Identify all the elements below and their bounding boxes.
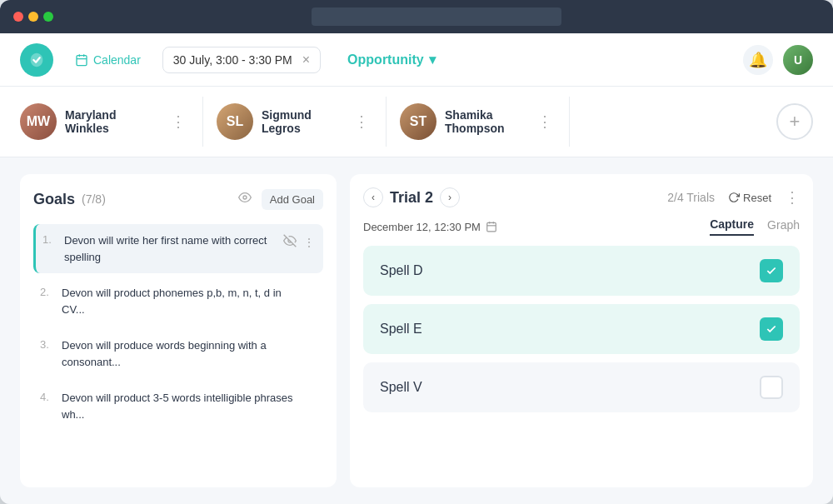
- goals-panel: Goals (7/8) Add Goal 1. Devon: [20, 174, 337, 487]
- spell-checkbox-checked[interactable]: [760, 317, 783, 341]
- title-bar: [0, 0, 833, 33]
- trial-date-row: December 12, 12:30 PM Capture Graph: [363, 217, 800, 236]
- trial-date: December 12, 12:30 PM: [363, 221, 497, 233]
- svg-point-4: [243, 196, 247, 199]
- goal-more-button[interactable]: ⋮: [302, 390, 317, 407]
- participant-more-icon-maryland[interactable]: ⋮: [167, 109, 189, 134]
- add-goal-button[interactable]: Add Goal: [262, 189, 323, 210]
- goal-text: Devon will produce words beginning with …: [62, 337, 295, 370]
- goal-text: Devon will write her first name with cor…: [64, 232, 275, 265]
- goal-item-2[interactable]: 2. Devon will product phonemes p,b, m, n…: [33, 277, 323, 326]
- bell-icon: 🔔: [749, 51, 767, 69]
- tab-capture[interactable]: Capture: [710, 217, 754, 236]
- calendar-button[interactable]: Calendar: [67, 48, 149, 72]
- opportunity-button[interactable]: Opportunity ▾: [347, 52, 436, 67]
- participant-more-icon-sigmund[interactable]: ⋮: [351, 109, 372, 134]
- date-label: 30 July, 3:00 - 3:30 PM: [173, 53, 292, 67]
- tab-graph[interactable]: Graph: [767, 217, 800, 236]
- app-body: Calendar 30 July, 3:00 - 3:30 PM × Oppor…: [0, 33, 833, 504]
- opportunity-label: Opportunity: [347, 52, 424, 67]
- spell-list: Spell D Spell E Spell V: [363, 246, 800, 412]
- goals-count: (7/8): [82, 192, 106, 206]
- trial-header: ‹ Trial 2 › 2/4 Trials Reset ⋮: [363, 187, 800, 207]
- toggle-visibility-button[interactable]: [235, 187, 255, 211]
- avatar-sigmund: SL: [217, 103, 253, 140]
- notifications-button[interactable]: 🔔: [743, 45, 773, 75]
- user-avatar[interactable]: U: [783, 45, 813, 75]
- spell-checkbox-checked[interactable]: [760, 259, 783, 282]
- goals-title: Goals: [33, 191, 75, 208]
- participant-card-shamika[interactable]: ST Shamika Thompson ⋮: [387, 97, 570, 147]
- close-traffic-light[interactable]: [13, 12, 23, 22]
- goal-number: 1.: [42, 232, 57, 246]
- trial-prev-button[interactable]: ‹: [363, 187, 383, 207]
- reset-label: Reset: [743, 192, 771, 204]
- participant-name-maryland: Maryland Winkles: [65, 108, 159, 135]
- participant-name-sigmund: Sigmund Legros: [262, 108, 342, 135]
- goal-hide-button[interactable]: [282, 232, 298, 252]
- logo[interactable]: [20, 43, 53, 77]
- calendar-label: Calendar: [93, 53, 141, 67]
- trial-date-text: December 12, 12:30 PM: [363, 221, 481, 233]
- svg-rect-0: [77, 55, 87, 65]
- goal-more-button[interactable]: ⋮: [302, 285, 317, 302]
- minimize-traffic-light[interactable]: [28, 12, 38, 22]
- goal-text: Devon will product 3-5 words intelligibl…: [62, 390, 295, 422]
- svg-rect-6: [487, 222, 496, 232]
- participants-bar: MW Maryland Winkles ⋮ SL Sigmund Legros …: [0, 87, 833, 157]
- spell-item-1[interactable]: Spell D: [363, 246, 800, 296]
- trial-next-button[interactable]: ›: [440, 187, 460, 207]
- goal-number: 2.: [40, 285, 55, 298]
- participant-name-shamika: Shamika Thompson: [445, 108, 526, 135]
- reset-button[interactable]: Reset: [721, 188, 778, 207]
- traffic-lights: [13, 12, 53, 22]
- reset-icon: [728, 192, 740, 203]
- app-window: Calendar 30 July, 3:00 - 3:30 PM × Oppor…: [0, 0, 833, 504]
- maximize-traffic-light[interactable]: [43, 12, 53, 22]
- header-right: 🔔 U: [743, 45, 813, 75]
- avatar-maryland: MW: [20, 103, 57, 140]
- spell-label: Spell D: [380, 263, 423, 278]
- goal-item-3[interactable]: 3. Devon will produce words beginning wi…: [33, 329, 323, 378]
- participant-card-sigmund[interactable]: SL Sigmund Legros ⋮: [203, 97, 387, 147]
- goal-item-1[interactable]: 1. Devon will write her first name with …: [33, 224, 323, 273]
- spell-checkbox-unchecked[interactable]: [760, 376, 783, 399]
- add-participant-button[interactable]: +: [776, 103, 813, 140]
- address-bar: [312, 7, 561, 26]
- trial-tabs: Capture Graph: [710, 217, 800, 236]
- goals-actions: Add Goal: [235, 187, 323, 211]
- goal-text: Devon will product phonemes p,b, m, n, t…: [62, 285, 295, 317]
- participant-more-icon-shamika[interactable]: ⋮: [534, 109, 556, 134]
- header: Calendar 30 July, 3:00 - 3:30 PM × Oppor…: [0, 33, 833, 87]
- goals-list: 1. Devon will write her first name with …: [33, 224, 323, 431]
- goal-number: 4.: [40, 390, 55, 403]
- trial-more-icon[interactable]: ⋮: [785, 188, 800, 207]
- eye-icon: [238, 191, 252, 204]
- calendar-icon: [75, 53, 88, 67]
- trial-name: Trial 2: [390, 189, 433, 207]
- calendar-small-icon: [486, 221, 497, 232]
- chevron-down-icon: ▾: [429, 52, 436, 67]
- date-pill[interactable]: 30 July, 3:00 - 3:30 PM ×: [162, 47, 321, 73]
- goal-more-button[interactable]: ⋮: [302, 337, 317, 354]
- goal-number: 3.: [40, 337, 55, 351]
- trial-count: 2/4 Trials: [667, 191, 715, 204]
- goal-actions: ⋮: [282, 232, 317, 252]
- goals-header: Goals (7/8) Add Goal: [33, 187, 323, 211]
- goal-more-button[interactable]: ⋮: [302, 234, 317, 251]
- avatar-shamika: ST: [400, 103, 436, 140]
- trial-panel: ‹ Trial 2 › 2/4 Trials Reset ⋮: [350, 174, 813, 487]
- main-content: Goals (7/8) Add Goal 1. Devon: [0, 157, 833, 504]
- spell-label: Spell V: [380, 380, 422, 395]
- goal-item-4[interactable]: 4. Devon will product 3-5 words intellig…: [33, 382, 323, 431]
- participant-card-maryland[interactable]: MW Maryland Winkles ⋮: [20, 97, 203, 147]
- spell-item-2[interactable]: Spell E: [363, 304, 800, 354]
- spell-item-3[interactable]: Spell V: [363, 362, 800, 412]
- spell-label: Spell E: [380, 322, 422, 337]
- close-icon[interactable]: ×: [302, 52, 310, 67]
